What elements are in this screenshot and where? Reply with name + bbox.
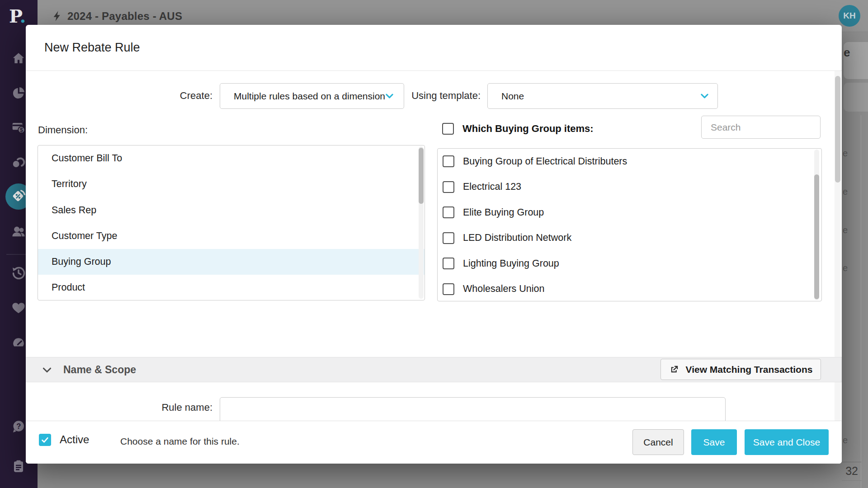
rule-name-hint: Choose a name for this rule. xyxy=(120,436,240,447)
save-button[interactable]: Save xyxy=(691,429,737,455)
handshake-icon xyxy=(11,155,26,169)
sidebar-item-dashboard[interactable] xyxy=(9,333,28,351)
logo-dot: . xyxy=(19,5,26,27)
template-dropdown[interactable]: None xyxy=(487,83,718,109)
name-scope-label: Name & Scope xyxy=(63,357,136,382)
dimension-label: Dimension: xyxy=(38,124,88,136)
sidebar-item-customers[interactable] xyxy=(9,222,28,240)
chevron-down-icon xyxy=(384,91,395,101)
sidebar-item-tasks[interactable] xyxy=(9,457,28,475)
dialog-scrollbar-thumb[interactable] xyxy=(835,76,840,183)
dimension-option[interactable]: Customer Bill To xyxy=(38,145,425,171)
background-row-fragment: e xyxy=(843,225,848,235)
background-row-fragment: e xyxy=(843,435,848,446)
svg-text:?: ? xyxy=(16,422,21,431)
background-panel-border xyxy=(861,115,861,488)
dimension-option[interactable]: Product xyxy=(38,275,425,300)
dimension-list-scrollbar-thumb[interactable] xyxy=(419,148,424,204)
template-dropdown-value: None xyxy=(501,84,524,108)
sidebar-item-home[interactable] xyxy=(9,49,28,67)
donut-chart-icon xyxy=(11,86,26,100)
item-label: Elite Buying Group xyxy=(463,207,544,218)
heart-icon xyxy=(11,300,26,315)
item-checkbox[interactable] xyxy=(443,181,454,193)
item-label: Electrical 123 xyxy=(463,181,521,192)
home-icon xyxy=(11,51,26,66)
gauge-icon xyxy=(11,335,26,349)
item-checkbox[interactable] xyxy=(443,206,454,218)
history-clock-icon xyxy=(11,266,26,280)
rule-name-label: Rule name: xyxy=(161,402,212,413)
sidebar-item-history[interactable] xyxy=(9,264,28,282)
item-checkbox[interactable] xyxy=(443,258,454,269)
item-label: Buying Group of Electrical Distributers xyxy=(463,156,627,167)
dimension-option[interactable]: Buying Group xyxy=(38,249,425,275)
new-rebate-rule-dialog: New Rebate Rule Create: Multiple rules b… xyxy=(26,25,842,464)
app-logo: P. xyxy=(9,5,26,27)
background-table-border xyxy=(842,480,861,481)
which-items-label: Which Buying Group items: xyxy=(462,123,594,135)
external-link-icon xyxy=(669,364,679,375)
sidebar-item-help[interactable]: ? xyxy=(9,418,28,436)
rule-name-input[interactable] xyxy=(220,397,726,423)
buying-group-option-row[interactable]: LED Distribution Network xyxy=(438,225,821,251)
screen: 2024 - Payables - AUS KH e eeeee 32 P. $ xyxy=(0,0,868,488)
background-row-fragment: e xyxy=(843,148,848,159)
dimension-list: Customer Bill ToTerritorySales RepCustom… xyxy=(38,145,425,300)
dialog-header: New Rebate Rule xyxy=(26,25,842,71)
view-matching-transactions-label: View Matching Transactions xyxy=(686,364,813,375)
checkmark-icon xyxy=(41,436,49,444)
item-checkbox[interactable] xyxy=(443,232,454,244)
item-label: LED Distribution Network xyxy=(463,232,571,244)
sidebar-divider xyxy=(6,254,26,255)
dialog-footer: Active Choose a name for this rule. Canc… xyxy=(26,421,842,464)
create-dropdown[interactable]: Multiple rules based on a dimension xyxy=(220,83,404,109)
buying-group-items-list: Buying Group of Electrical Distributers … xyxy=(437,148,822,301)
bolt-icon xyxy=(51,10,63,22)
sidebar-item-billing[interactable]: $ xyxy=(9,118,28,136)
view-matching-transactions-button[interactable]: View Matching Transactions xyxy=(660,359,821,380)
item-label: Lighting Buying Group xyxy=(463,258,559,269)
background-row-fragments: eeeee xyxy=(843,0,853,488)
active-label: Active xyxy=(60,433,89,446)
dimension-option[interactable]: Customer Type xyxy=(38,223,425,249)
item-label: Wholesalers Union xyxy=(463,283,544,295)
item-checkbox[interactable] xyxy=(443,283,454,295)
page-number: 32 xyxy=(839,465,858,478)
sidebar-item-favorites[interactable] xyxy=(9,299,28,317)
clipboard-icon xyxy=(11,459,26,474)
items-list-scrollbar-thumb[interactable] xyxy=(814,174,819,299)
buying-group-option-row[interactable]: Electrical 123 xyxy=(438,174,821,200)
background-table-border xyxy=(842,462,861,462)
dialog-title: New Rebate Rule xyxy=(44,41,140,55)
sidebar-item-analytics[interactable] xyxy=(9,84,28,102)
buying-group-option-row[interactable]: Lighting Buying Group xyxy=(438,251,821,277)
create-dropdown-value: Multiple rules based on a dimension xyxy=(234,84,385,108)
buying-group-option-row[interactable]: Wholesalers Union xyxy=(438,277,821,302)
help-icon: ? xyxy=(11,419,26,434)
sidebar-item-deals[interactable] xyxy=(9,153,28,171)
create-label: Create: xyxy=(157,90,212,102)
dimension-option[interactable]: Sales Rep xyxy=(38,197,425,223)
background-row-fragment: e xyxy=(843,263,848,273)
using-template-label: Using template: xyxy=(409,90,481,102)
rebate-percent-tag-icon xyxy=(11,189,26,204)
chevron-down-icon xyxy=(699,91,710,101)
dimension-option[interactable]: Territory xyxy=(38,171,425,197)
select-all-items-checkbox[interactable] xyxy=(442,123,454,135)
users-icon xyxy=(11,224,26,239)
billing-card-icon: $ xyxy=(11,120,26,135)
collapse-chevron-icon[interactable] xyxy=(41,364,53,376)
buying-group-option-row[interactable]: Buying Group of Electrical Distributers xyxy=(438,149,821,174)
active-checkbox[interactable] xyxy=(39,434,51,446)
search-input[interactable] xyxy=(701,116,821,139)
svg-text:$: $ xyxy=(20,127,23,133)
save-and-close-button[interactable]: Save and Close xyxy=(745,429,829,455)
cancel-button[interactable]: Cancel xyxy=(632,429,684,455)
item-checkbox[interactable] xyxy=(443,155,454,167)
buying-group-option-row[interactable]: Elite Buying Group xyxy=(438,200,821,225)
background-row-fragment: e xyxy=(843,187,848,197)
